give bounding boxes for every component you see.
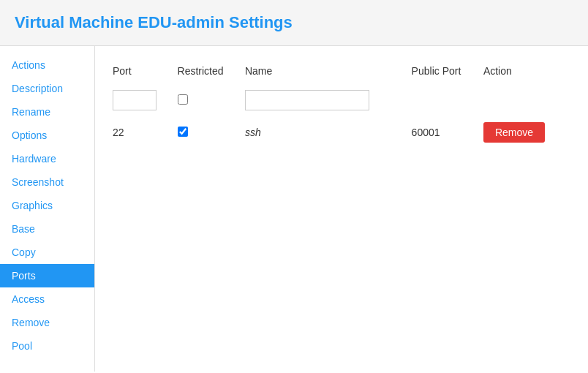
sidebar-item-options[interactable]: Options bbox=[0, 124, 94, 147]
title-highlight: EDU-admin bbox=[137, 13, 225, 31]
ports-table: Port Restricted Name Public Port Action … bbox=[113, 61, 570, 148]
col-name: Name bbox=[245, 61, 412, 84]
port-value: 22 bbox=[113, 116, 178, 148]
col-restricted: Restricted bbox=[178, 61, 245, 84]
sidebar-item-access[interactable]: Access bbox=[0, 287, 94, 311]
sidebar-item-rename[interactable]: Rename bbox=[0, 100, 94, 124]
sidebar-item-ports[interactable]: Ports bbox=[0, 264, 94, 287]
sidebar-item-actions[interactable]: Actions bbox=[0, 53, 94, 77]
sidebar-item-graphics[interactable]: Graphics bbox=[0, 194, 94, 217]
sidebar-item-base[interactable]: Base bbox=[0, 217, 94, 241]
sidebar-item-remove[interactable]: Remove bbox=[0, 311, 94, 334]
col-port: Port bbox=[113, 61, 178, 84]
new-restricted-checkbox[interactable] bbox=[178, 94, 188, 105]
sidebar-item-copy[interactable]: Copy bbox=[0, 241, 94, 264]
name-value: ssh bbox=[245, 116, 412, 148]
sidebar-item-hardware[interactable]: Hardware bbox=[0, 147, 94, 170]
sidebar-item-description[interactable]: Description bbox=[0, 77, 94, 100]
new-port-input[interactable] bbox=[113, 90, 157, 110]
content-area: Port Restricted Name Public Port Action … bbox=[95, 46, 588, 372]
new-row bbox=[113, 84, 570, 116]
title-suffix: Settings bbox=[225, 13, 293, 31]
page-header: Virtual Machine EDU-admin Settings bbox=[0, 0, 588, 46]
sidebar-item-pool[interactable]: Pool bbox=[0, 334, 94, 358]
restricted-checkbox[interactable] bbox=[178, 127, 188, 137]
remove-button[interactable]: Remove bbox=[483, 122, 545, 143]
sidebar-item-screenshot[interactable]: Screenshot bbox=[0, 170, 94, 194]
col-action: Action bbox=[483, 61, 570, 84]
table-row: 22ssh60001Remove bbox=[113, 116, 570, 148]
col-public-port: Public Port bbox=[412, 61, 483, 84]
title-prefix: Virtual Machine bbox=[15, 13, 137, 31]
new-name-input[interactable] bbox=[245, 90, 369, 110]
sidebar: ActionsDescriptionRenameOptionsHardwareS… bbox=[0, 46, 95, 372]
public-port-value: 60001 bbox=[412, 116, 483, 148]
